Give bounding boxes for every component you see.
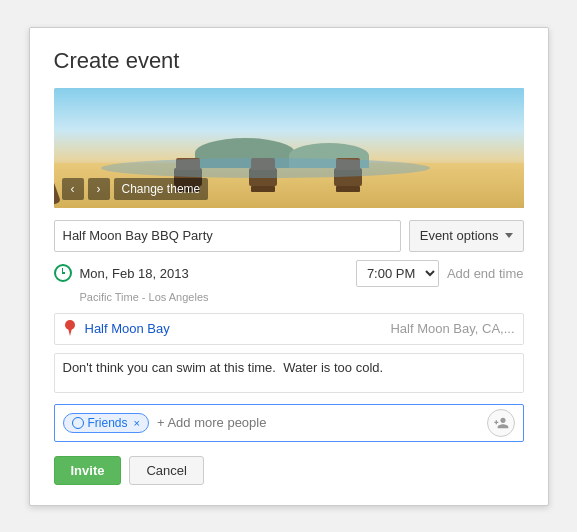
- hero-image: ‹ › Change theme: [54, 88, 524, 208]
- hills-decoration: [54, 133, 524, 168]
- event-options-label: Event options: [420, 228, 499, 243]
- add-end-time-link[interactable]: Add end time: [447, 266, 524, 281]
- add-people-input[interactable]: [157, 415, 479, 430]
- person-add-icon: [493, 415, 509, 431]
- location-link[interactable]: Half Moon Bay: [85, 321, 383, 336]
- time-select[interactable]: 7:00 PM: [356, 260, 439, 287]
- chair-2: [249, 168, 277, 186]
- event-title-row: Event options: [54, 220, 524, 252]
- timezone-label: Pacific Time - Los Angeles: [54, 291, 524, 303]
- location-detail: Half Moon Bay, CA,...: [390, 321, 514, 336]
- friends-tag-label: Friends: [88, 416, 128, 430]
- chevron-down-icon: [505, 233, 513, 238]
- invite-button[interactable]: Invite: [54, 456, 122, 485]
- location-pin-icon: [63, 320, 77, 338]
- event-date: Mon, Feb 18, 2013: [80, 266, 348, 281]
- friends-tag: Friends ×: [63, 413, 149, 433]
- chair-body-3: [334, 168, 362, 186]
- page-title: Create event: [54, 48, 524, 74]
- cancel-button[interactable]: Cancel: [129, 456, 203, 485]
- location-row: Half Moon Bay Half Moon Bay, CA,...: [54, 313, 524, 345]
- people-row: Friends ×: [54, 404, 524, 442]
- change-theme-button[interactable]: Change theme: [114, 178, 209, 200]
- date-time-row: Mon, Feb 18, 2013 7:00 PM Add end time: [54, 260, 524, 287]
- event-options-button[interactable]: Event options: [409, 220, 524, 252]
- friends-circle-icon: [72, 417, 84, 429]
- remove-friends-tag-button[interactable]: ×: [134, 417, 140, 429]
- add-person-button[interactable]: [487, 409, 515, 437]
- next-theme-button[interactable]: ›: [88, 178, 110, 200]
- create-event-dialog: Create event ‹ › Change theme Event opti…: [29, 27, 549, 506]
- description-textarea[interactable]: Don't think you can swim at this time. W…: [54, 353, 524, 393]
- event-title-input[interactable]: [54, 220, 401, 252]
- prev-theme-button[interactable]: ‹: [62, 178, 84, 200]
- chair-3: [334, 168, 362, 186]
- theme-controls: ‹ › Change theme: [62, 178, 209, 200]
- clock-icon: [54, 264, 72, 282]
- action-buttons: Invite Cancel: [54, 456, 524, 485]
- chair-body-2: [249, 168, 277, 186]
